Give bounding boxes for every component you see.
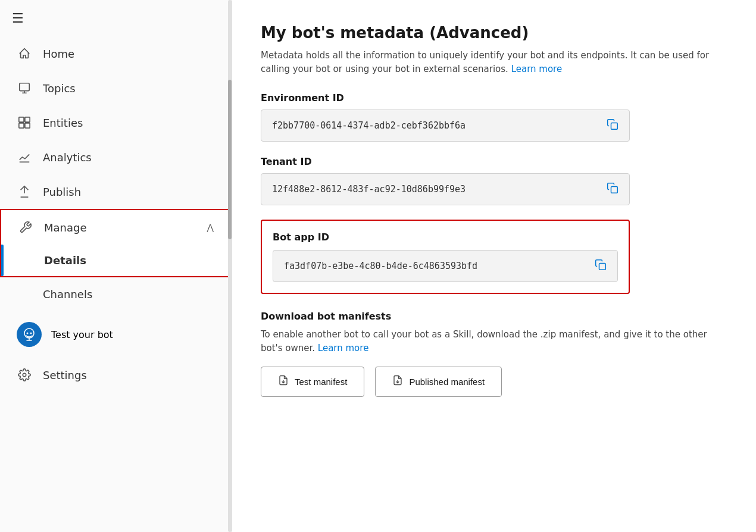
active-indicator — [1, 245, 4, 276]
svg-rect-2 — [25, 117, 30, 122]
download-section-title: Download bot manifests — [261, 311, 727, 322]
svg-point-7 — [27, 333, 29, 334]
manifest-buttons: Test manifest Published manifest — [261, 367, 727, 397]
sidebar-item-topics-label: Topics — [43, 82, 76, 95]
scrollbar[interactable] — [228, 0, 232, 532]
svg-rect-11 — [611, 187, 618, 193]
page-description-text: Metadata holds all the information to un… — [261, 50, 709, 74]
topics-icon — [17, 82, 32, 95]
download-description: To enable another bot to call your bot a… — [261, 328, 727, 355]
bot-app-id-label: Bot app ID — [273, 231, 618, 243]
sidebar: ☰ Home Topics — [0, 0, 232, 532]
environment-id-label: Environment ID — [261, 92, 727, 104]
copy-bot-app-id-icon[interactable] — [595, 259, 607, 273]
manage-icon — [18, 221, 33, 234]
main-content: My bot's metadata (Advanced) Metadata ho… — [232, 0, 756, 532]
svg-rect-4 — [25, 123, 30, 128]
tenant-id-label: Tenant ID — [261, 156, 727, 167]
sidebar-item-manage[interactable]: Manage ⋀ — [0, 209, 232, 245]
entities-icon — [17, 116, 32, 129]
sidebar-item-test-bot-label: Test your bot — [51, 329, 113, 340]
learn-more-link-top[interactable]: Learn more — [511, 64, 563, 74]
sidebar-item-details-label: Details — [44, 254, 86, 267]
copy-environment-id-icon[interactable] — [607, 118, 618, 133]
published-manifest-label: Published manifest — [409, 377, 485, 387]
svg-point-8 — [30, 333, 32, 334]
sidebar-item-channels[interactable]: Channels — [0, 277, 232, 311]
sidebar-item-settings-label: Settings — [43, 369, 87, 381]
svg-rect-12 — [599, 264, 606, 270]
analytics-icon — [17, 151, 32, 164]
sidebar-item-details[interactable]: Details — [0, 245, 232, 277]
copy-tenant-id-icon[interactable] — [607, 182, 618, 196]
hamburger-icon: ☰ — [12, 11, 24, 26]
tenant-id-value: 12f488e2-8612-483f-ac92-10d86b99f9e3 — [272, 184, 599, 195]
sidebar-item-entities[interactable]: Entities — [0, 105, 232, 140]
sidebar-item-home-label: Home — [43, 48, 74, 60]
sidebar-item-publish[interactable]: Publish — [0, 174, 232, 209]
sidebar-item-publish-label: Publish — [43, 186, 81, 198]
bot-app-id-box: fa3df07b-e3be-4c80-b4de-6c4863593bfd — [273, 250, 618, 282]
svg-rect-3 — [19, 123, 24, 128]
settings-icon — [17, 368, 32, 381]
svg-rect-10 — [611, 123, 618, 130]
tenant-id-box: 12f488e2-8612-483f-ac92-10d86b99f9e3 — [261, 173, 630, 205]
scrollbar-thumb[interactable] — [228, 80, 232, 239]
test-manifest-label: Test manifest — [295, 377, 347, 387]
bot-app-id-section: Bot app ID fa3df07b-e3be-4c80-b4de-6c486… — [261, 220, 630, 294]
sidebar-item-entities-label: Entities — [43, 117, 83, 129]
page-description: Metadata holds all the information to un… — [261, 49, 727, 76]
bot-avatar — [17, 322, 42, 347]
svg-rect-1 — [19, 117, 24, 122]
home-icon — [17, 47, 32, 60]
test-manifest-icon — [278, 375, 289, 389]
published-manifest-button[interactable]: Published manifest — [375, 367, 502, 397]
learn-more-link-download[interactable]: Learn more — [318, 343, 369, 353]
svg-rect-0 — [20, 83, 30, 91]
environment-id-box: f2bb7700-0614-4374-adb2-cebf362bbf6a — [261, 109, 630, 142]
hamburger-menu[interactable]: ☰ — [0, 0, 232, 36]
sidebar-item-channels-label: Channels — [43, 288, 92, 301]
sidebar-item-analytics-label: Analytics — [43, 151, 92, 164]
test-manifest-button[interactable]: Test manifest — [261, 367, 364, 397]
sidebar-item-manage-label: Manage — [44, 221, 87, 234]
environment-id-value: f2bb7700-0614-4374-adb2-cebf362bbf6a — [272, 120, 599, 131]
published-manifest-icon — [392, 375, 403, 389]
svg-point-9 — [23, 373, 26, 377]
sidebar-item-topics[interactable]: Topics — [0, 71, 232, 105]
sidebar-item-analytics[interactable]: Analytics — [0, 140, 232, 174]
publish-icon — [17, 185, 32, 198]
chevron-up-icon: ⋀ — [207, 223, 214, 232]
sidebar-item-settings[interactable]: Settings — [0, 358, 232, 392]
bot-app-id-value: fa3df07b-e3be-4c80-b4de-6c4863593bfd — [284, 261, 588, 271]
sidebar-item-home[interactable]: Home — [0, 36, 232, 71]
page-title: My bot's metadata (Advanced) — [261, 24, 727, 42]
sidebar-item-test-bot[interactable]: Test your bot — [0, 311, 232, 358]
